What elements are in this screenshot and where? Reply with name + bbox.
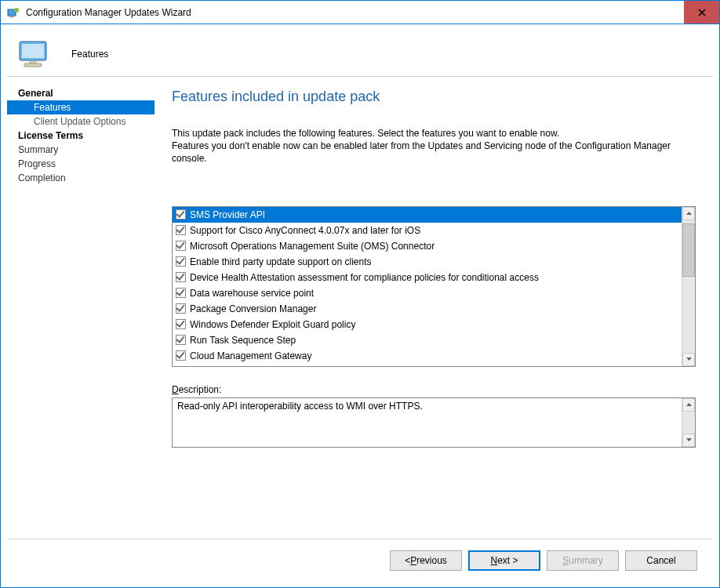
sidebar: GeneralFeaturesClient Update OptionsLice… (7, 77, 155, 539)
sidebar-item-completion[interactable]: Completion (7, 171, 155, 185)
feature-label: Cloud Management Gateway (190, 350, 311, 361)
window-frame: Configuration Manager Updates Wizard Fea… (0, 0, 720, 588)
scroll-up-button[interactable] (682, 207, 695, 220)
feature-row[interactable]: Windows Defender Exploit Guard policy (173, 317, 682, 332)
feature-label: Data warehouse service point (190, 288, 314, 299)
feature-checkbox[interactable] (176, 288, 186, 298)
feature-label: Windows Defender Exploit Guard policy (190, 319, 355, 330)
feature-checkbox[interactable] (176, 335, 186, 345)
previous-button[interactable]: < Previous (390, 550, 462, 571)
feature-row[interactable]: Support for Cisco AnyConnect 4.0.07x and… (173, 223, 682, 238)
cancel-button[interactable]: Cancel (625, 550, 697, 571)
sidebar-item-client-update-options[interactable]: Client Update Options (7, 114, 155, 129)
intro-line-2: Features you don't enable now can be ena… (172, 140, 671, 164)
chevron-up-icon (686, 212, 692, 215)
sidebar-item-license-terms[interactable]: License Terms (7, 129, 155, 143)
feature-row[interactable]: Enable third party update support on cli… (173, 254, 682, 270)
feature-label: Enable third party update support on cli… (190, 256, 371, 267)
close-icon (698, 9, 706, 16)
inner-panel: Features GeneralFeaturesClient Update Op… (1, 24, 719, 587)
feature-row[interactable]: Data warehouse service point (173, 285, 682, 301)
sidebar-item-progress[interactable]: Progress (7, 157, 155, 171)
scroll-down-button[interactable] (682, 434, 695, 447)
feature-checkbox[interactable] (176, 272, 186, 282)
feature-label: Run Task Sequence Step (190, 335, 296, 346)
chevron-up-icon (686, 403, 692, 406)
chevron-down-icon (686, 358, 692, 361)
wizard-header: Features (7, 31, 713, 77)
feature-checkbox[interactable] (176, 303, 186, 314)
feature-row[interactable]: Package Conversion Manager (173, 301, 682, 317)
monitor-icon (16, 38, 54, 70)
sidebar-item-features[interactable]: Features (7, 100, 155, 114)
svg-point-2 (14, 8, 19, 13)
feature-row[interactable]: Run Task Sequence Step (173, 332, 682, 348)
feature-row[interactable]: Cloud Management Gateway (173, 348, 682, 364)
content-heading: Features included in update pack (172, 89, 696, 105)
feature-checkbox[interactable] (176, 256, 186, 267)
scroll-track[interactable] (682, 220, 695, 353)
svg-rect-4 (22, 44, 44, 58)
description-scrollbar[interactable] (682, 398, 695, 447)
next-button[interactable]: Next > (468, 550, 540, 571)
scroll-thumb[interactable] (682, 223, 695, 277)
feature-label: Microsoft Operations Management Suite (O… (190, 241, 435, 252)
feature-checkbox[interactable] (176, 225, 186, 235)
svg-rect-1 (9, 16, 14, 17)
description-text: Read-only API interoperability access to… (173, 398, 682, 447)
description-box: Read-only API interoperability access to… (172, 397, 696, 448)
feature-row[interactable]: SMS Provider API (173, 207, 682, 223)
scroll-down-button[interactable] (682, 353, 695, 366)
content-panel: Features included in update pack This up… (155, 77, 713, 539)
feature-label: Package Conversion Manager (190, 303, 316, 314)
feature-checkbox[interactable] (176, 209, 186, 220)
chevron-down-icon (686, 438, 692, 441)
feature-row[interactable]: Microsoft Operations Management Suite (O… (173, 238, 682, 254)
features-list[interactable]: SMS Provider APISupport for Cisco AnyCon… (173, 207, 682, 366)
feature-label: Support for Cisco AnyConnect 4.0.07x and… (190, 225, 420, 236)
feature-checkbox[interactable] (176, 319, 186, 329)
sidebar-item-summary[interactable]: Summary (7, 143, 155, 157)
close-button[interactable] (684, 1, 719, 24)
intro-line-1: This update pack includes the following … (172, 128, 559, 139)
feature-checkbox[interactable] (176, 350, 186, 361)
feature-checkbox[interactable] (176, 241, 186, 251)
scroll-track[interactable] (682, 412, 695, 434)
wizard-body: GeneralFeaturesClient Update OptionsLice… (7, 77, 713, 539)
features-listbox: SMS Provider APISupport for Cisco AnyCon… (172, 206, 696, 367)
feature-row[interactable]: Device Health Attestation assessment for… (173, 270, 682, 285)
svg-rect-6 (24, 64, 42, 67)
scroll-up-button[interactable] (682, 398, 695, 412)
feature-label: SMS Provider API (190, 209, 265, 220)
app-icon (7, 6, 20, 19)
summary-button[interactable]: Summary (547, 550, 619, 571)
description-label: Description: (172, 384, 696, 395)
window-title: Configuration Manager Updates Wizard (26, 7, 684, 18)
wizard-footer: < Previous Next > Summary Cancel (7, 539, 713, 581)
titlebar: Configuration Manager Updates Wizard (1, 1, 719, 24)
sidebar-item-general[interactable]: General (7, 86, 155, 100)
page-title: Features (71, 49, 108, 60)
feature-label: Device Health Attestation assessment for… (190, 272, 539, 283)
features-scrollbar[interactable] (682, 207, 695, 366)
intro-text: This update pack includes the following … (172, 127, 696, 165)
